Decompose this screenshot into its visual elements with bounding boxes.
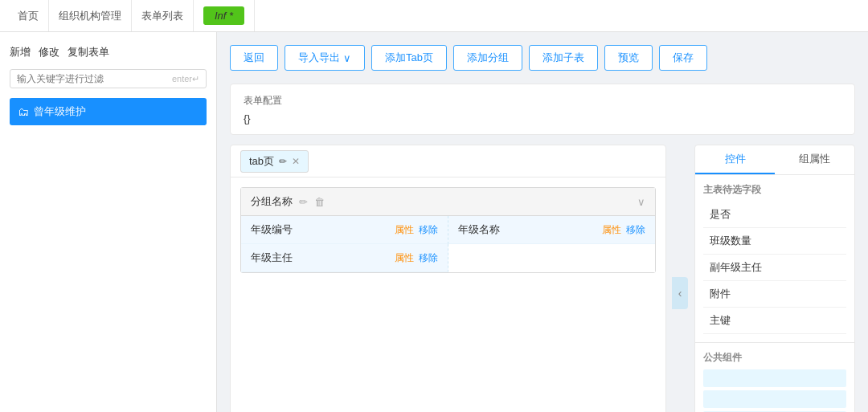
sidebar-edit-btn[interactable]: 修改 bbox=[39, 45, 59, 59]
main-layout: 新增 修改 复制表单 enter↵ 🗂 曾年级维护 返回 导入导出 ∨ 添加Ta… bbox=[0, 32, 868, 412]
search-hint: enter↵ bbox=[172, 74, 199, 84]
attr-btn-grade-director[interactable]: 属性 bbox=[395, 251, 414, 265]
close-tab-icon[interactable]: ✕ bbox=[292, 156, 300, 167]
nav-formlist[interactable]: 表单列表 bbox=[132, 0, 194, 31]
field-actions-grade-num: 属性 移除 bbox=[395, 223, 438, 237]
field-item-4[interactable]: 主键 bbox=[703, 308, 846, 334]
nav-inf[interactable]: Inf * bbox=[194, 0, 255, 31]
attr-btn-grade-num[interactable]: 属性 bbox=[395, 223, 414, 237]
group-name-label: 分组名称 bbox=[251, 194, 293, 209]
field-item-2[interactable]: 副年级主任 bbox=[703, 255, 846, 281]
field-actions-grade-director: 属性 移除 bbox=[395, 251, 438, 265]
fields-section-title: 主表待选字段 bbox=[703, 183, 846, 197]
collapse-arrow[interactable]: ‹ bbox=[672, 277, 688, 309]
move-btn-grade-name[interactable]: 移除 bbox=[626, 223, 645, 237]
public-widgets-section: 公共组件 bbox=[695, 342, 854, 412]
widget-placeholder-2 bbox=[703, 390, 846, 408]
field-cell-empty bbox=[448, 244, 656, 272]
inf-tab-label: Inf * bbox=[203, 6, 244, 25]
field-item-1[interactable]: 班级数量 bbox=[703, 228, 846, 255]
search-input[interactable] bbox=[17, 73, 172, 84]
edit-tab-icon[interactable]: ✏ bbox=[279, 156, 287, 167]
item-icon: 🗂 bbox=[18, 105, 29, 118]
tab-bar: tab页 ✏ ✕ bbox=[231, 145, 665, 177]
group-title-area: 分组名称 ✏ 🗑 bbox=[251, 194, 325, 209]
form-config-value: {} bbox=[244, 112, 841, 124]
toolbar: 返回 导入导出 ∨ 添加Tab页 添加分组 添加子表 预览 保存 bbox=[230, 45, 855, 71]
move-btn-grade-director[interactable]: 移除 bbox=[419, 251, 438, 265]
delete-group-icon[interactable]: 🗑 bbox=[314, 196, 325, 208]
field-cell-grade-director: 年级主任 属性 移除 bbox=[241, 244, 448, 272]
sidebar-active-item[interactable]: 🗂 曾年级维护 bbox=[10, 98, 207, 125]
expand-icon[interactable]: ∨ bbox=[637, 196, 645, 208]
tab-group-props[interactable]: 组属性 bbox=[775, 145, 854, 174]
import-export-arrow-icon: ∨ bbox=[343, 52, 351, 64]
widget-placeholder-1 bbox=[703, 369, 846, 387]
public-widgets-title: 公共组件 bbox=[703, 351, 846, 365]
sidebar: 新增 修改 复制表单 enter↵ 🗂 曾年级维护 bbox=[0, 32, 217, 412]
right-panel: 控件 组属性 主表待选字段 是否 班级数量 副年级主任 附件 主键 公共组件 bbox=[694, 145, 855, 412]
preview-button[interactable]: 预览 bbox=[604, 45, 653, 71]
group-header: 分组名称 ✏ 🗑 ∨ bbox=[241, 188, 655, 216]
field-cell-grade-name: 年级名称 属性 移除 bbox=[448, 216, 656, 244]
field-name-grade-name: 年级名称 bbox=[458, 222, 500, 237]
move-btn-grade-num[interactable]: 移除 bbox=[419, 223, 438, 237]
form-config-label: 表单配置 bbox=[244, 94, 841, 108]
field-item-0[interactable]: 是否 bbox=[703, 202, 846, 228]
sidebar-item-label: 曾年级维护 bbox=[34, 104, 86, 119]
right-panel-tabs: 控件 组属性 bbox=[695, 145, 854, 175]
form-config: 表单配置 {} bbox=[230, 84, 855, 135]
right-panel-fields-section: 主表待选字段 是否 班级数量 副年级主任 附件 主键 bbox=[695, 175, 854, 342]
add-tab-button[interactable]: 添加Tab页 bbox=[371, 45, 447, 71]
sidebar-add-btn[interactable]: 新增 bbox=[10, 45, 31, 59]
tab-item[interactable]: tab页 ✏ ✕ bbox=[240, 150, 309, 173]
add-child-button[interactable]: 添加子表 bbox=[529, 45, 598, 71]
back-button[interactable]: 返回 bbox=[230, 45, 278, 71]
import-export-label: 导入导出 bbox=[298, 51, 340, 65]
field-name-grade-num: 年级编号 bbox=[251, 222, 293, 237]
sidebar-search[interactable]: enter↵ bbox=[10, 69, 207, 88]
import-export-button[interactable]: 导入导出 ∨ bbox=[285, 45, 365, 71]
field-actions-grade-name: 属性 移除 bbox=[602, 223, 645, 237]
sidebar-actions: 新增 修改 复制表单 bbox=[10, 45, 207, 59]
field-cell-grade-num: 年级编号 属性 移除 bbox=[241, 216, 448, 244]
nav-org[interactable]: 组织机构管理 bbox=[49, 0, 132, 31]
tab-item-label: tab页 bbox=[249, 154, 274, 169]
save-button[interactable]: 保存 bbox=[659, 45, 707, 71]
edit-group-icon[interactable]: ✏ bbox=[299, 196, 308, 208]
nav-home[interactable]: 首页 bbox=[8, 0, 49, 31]
group-section: 分组名称 ✏ 🗑 ∨ 年级编号 属性 移除 bbox=[240, 187, 656, 273]
editor-area: tab页 ✏ ✕ 分组名称 ✏ 🗑 ∨ bbox=[230, 145, 855, 412]
add-group-button[interactable]: 添加分组 bbox=[453, 45, 522, 71]
field-item-3[interactable]: 附件 bbox=[703, 281, 846, 308]
fields-grid: 年级编号 属性 移除 年级名称 属性 移除 bbox=[241, 216, 655, 272]
tab-editor: tab页 ✏ ✕ 分组名称 ✏ 🗑 ∨ bbox=[230, 145, 666, 412]
attr-btn-grade-name[interactable]: 属性 bbox=[602, 223, 621, 237]
content-area: 返回 导入导出 ∨ 添加Tab页 添加分组 添加子表 预览 保存 表单配置 {} bbox=[217, 32, 868, 412]
top-nav: 首页 组织机构管理 表单列表 Inf * bbox=[0, 0, 868, 32]
field-name-grade-director: 年级主任 bbox=[251, 251, 293, 265]
sidebar-copy-btn[interactable]: 复制表单 bbox=[68, 45, 109, 59]
tab-controls[interactable]: 控件 bbox=[695, 145, 775, 174]
